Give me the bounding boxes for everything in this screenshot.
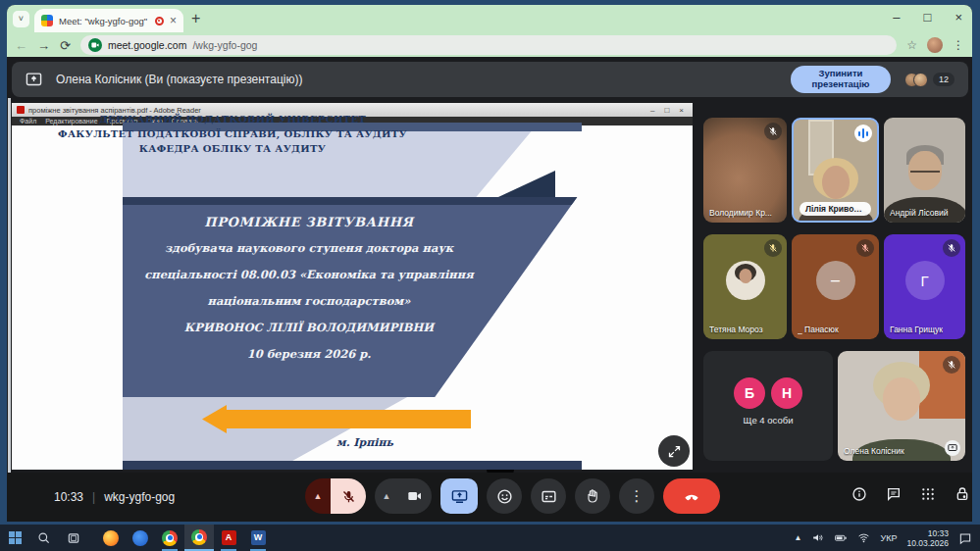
url-path: /wkg-ygfo-gog: [192, 39, 257, 51]
action-center-icon[interactable]: [958, 531, 972, 545]
activities-grid-button[interactable]: [920, 486, 936, 502]
participant-name: Лілія Кривонос: [799, 202, 871, 216]
taskbar-chrome-active[interactable]: [184, 525, 214, 551]
forward-button[interactable]: →: [37, 38, 50, 53]
slide-navy-wedge: [498, 171, 555, 197]
chat-button[interactable]: [886, 486, 902, 502]
taskbar-edge[interactable]: [126, 525, 155, 551]
site-icon: [88, 38, 102, 52]
participant-name: Олена Колісник: [844, 446, 904, 456]
participant-tile-olena[interactable]: Олена Колісник: [838, 351, 965, 461]
captions-button[interactable]: [531, 478, 566, 514]
mic-off-icon: [856, 239, 874, 257]
battery-icon[interactable]: [834, 531, 848, 544]
slide-line: КРИВОНОС ЛІЛІЇ ВОЛОДИМИРІВНИ: [142, 315, 476, 341]
presenting-mini-icon: [945, 440, 960, 456]
avatar: [726, 261, 765, 300]
chrome-icon: [162, 530, 178, 546]
present-screen-icon: [451, 488, 468, 505]
meeting-time: 10:33: [54, 490, 83, 504]
host-controls-lock-button[interactable]: [954, 486, 970, 502]
wifi-icon[interactable]: [857, 531, 870, 544]
adobe-reader-icon: A: [222, 530, 236, 545]
tab-search-button[interactable]: ˅: [13, 11, 29, 27]
mic-options-chevron-icon[interactable]: ▲: [305, 478, 331, 514]
participant-tile-hanna[interactable]: Г Ганна Грищук: [884, 234, 965, 339]
back-button[interactable]: ←: [15, 38, 27, 53]
participant-name: Ганна Грищук: [890, 325, 943, 334]
start-button[interactable]: [0, 525, 29, 551]
participant-tile-volodymyr[interactable]: Володимир Кр...: [703, 118, 787, 223]
profile-avatar[interactable]: [927, 37, 943, 53]
info-button[interactable]: [851, 486, 867, 502]
participant-name: Володимир Кр...: [709, 208, 772, 218]
desktop: ˅ Meet: "wkg-ygfo-gog" × + – □ × ← → ⟳: [0, 0, 980, 551]
mic-off-icon: [943, 356, 960, 374]
org-line: ДЕРЖАВНИЙ ПОДАТКОВИЙ УНІВЕРСИТЕТ: [31, 112, 434, 126]
windows-taskbar: A W ▲ УКР 10:3310.03.2026: [0, 525, 980, 551]
meet-favicon-icon: [41, 15, 53, 26]
end-call-icon: [682, 486, 701, 506]
participants-avatars[interactable]: 12: [904, 73, 954, 87]
language-indicator[interactable]: УКР: [880, 533, 897, 543]
camera-button[interactable]: [398, 488, 432, 504]
url-host: meet.google.com: [108, 39, 187, 51]
stop-presenting-button[interactable]: Зупинити презентацію: [791, 66, 891, 93]
volume-icon[interactable]: [811, 531, 824, 544]
mic-muted-button[interactable]: [331, 478, 366, 514]
more-participants-label: Ще 4 особи: [703, 415, 833, 426]
more-participants-tile[interactable]: Б Н Ще 4 особи: [703, 351, 833, 461]
pdf-close-button[interactable]: ×: [679, 106, 684, 115]
pdf-app-icon: [17, 106, 25, 114]
taskbar-adobe-reader[interactable]: A: [214, 525, 243, 551]
present-screen-button[interactable]: [440, 478, 478, 514]
bookmark-star-icon[interactable]: ☆: [906, 38, 917, 52]
pdf-window: проміжне звітування аспірантів.pdf - Ado…: [12, 103, 693, 470]
camera-options-chevron-icon[interactable]: ▲: [375, 491, 398, 501]
pdf-maximize-button[interactable]: □: [664, 106, 669, 115]
new-tab-button[interactable]: +: [191, 10, 200, 27]
portrait-glasses: [910, 171, 940, 173]
taskbar-firefox[interactable]: [96, 525, 126, 551]
browser-menu-icon[interactable]: ⋮: [953, 38, 964, 52]
participant-tile-andrii[interactable]: Андрій Лісовий: [884, 118, 965, 223]
taskbar-clock[interactable]: 10:3310.03.2026: [906, 528, 949, 548]
tray-expand-icon[interactable]: ▲: [795, 533, 802, 542]
participant-tile-lilia[interactable]: Лілія Кривонос: [792, 118, 879, 223]
mic-off-icon: [764, 123, 782, 140]
avatar-initial: Г: [920, 273, 928, 289]
shared-screen-edge: [8, 98, 11, 522]
search-icon: [37, 531, 51, 545]
raise-hand-button[interactable]: [575, 478, 610, 514]
windows-logo-icon: [9, 531, 22, 544]
taskbar-word[interactable]: W: [243, 525, 273, 551]
tab-close-icon[interactable]: ×: [170, 16, 177, 25]
reload-button[interactable]: ⟳: [60, 38, 71, 53]
camera-control[interactable]: ▲: [375, 478, 432, 514]
taskbar-chrome[interactable]: [155, 525, 184, 551]
expand-presentation-button[interactable]: [658, 435, 690, 467]
avatar-initial: Б: [745, 385, 754, 401]
mic-off-icon: [341, 489, 356, 504]
mic-off-icon: [764, 239, 782, 257]
window-close-button[interactable]: ×: [954, 9, 962, 26]
system-tray: ▲ УКР 10:3310.03.2026: [795, 528, 980, 548]
leave-call-button[interactable]: [663, 478, 720, 514]
avatar: Г: [905, 261, 945, 300]
reactions-button[interactable]: [487, 478, 522, 514]
task-view-button[interactable]: [59, 525, 88, 551]
browser-tab[interactable]: Meet: "wkg-ygfo-gog" ×: [34, 9, 183, 32]
tab-recording-icon: [155, 17, 164, 25]
present-icon: [26, 72, 42, 88]
address-bar[interactable]: meet.google.com/wkg-ygfo-gog: [80, 35, 897, 55]
mic-control[interactable]: ▲: [305, 478, 366, 514]
slide-orange-banner: [226, 410, 471, 428]
pdf-minimize-button[interactable]: –: [650, 106, 654, 115]
participant-tile-tetiana[interactable]: Тетяна Мороз: [703, 234, 787, 339]
taskbar-search-button[interactable]: [29, 525, 59, 551]
avatar-face: [739, 269, 751, 283]
participant-tile-panasiuk[interactable]: – _ Панасюк: [792, 234, 879, 339]
window-maximize-button[interactable]: □: [924, 9, 932, 26]
window-minimize-button[interactable]: –: [893, 9, 900, 26]
more-options-button[interactable]: ⋮: [619, 478, 654, 514]
